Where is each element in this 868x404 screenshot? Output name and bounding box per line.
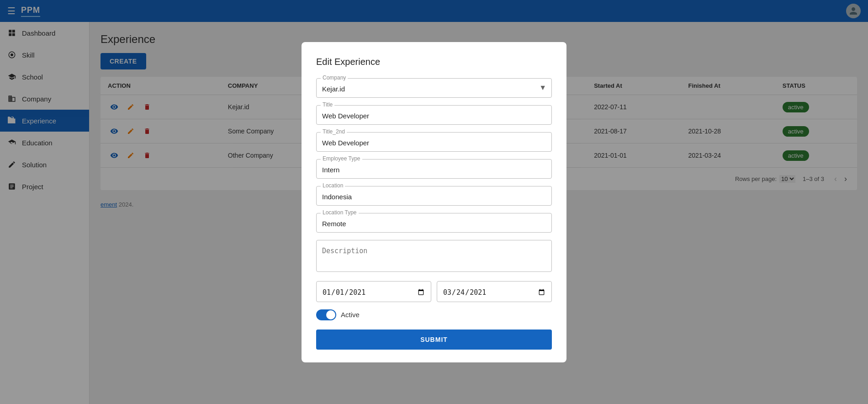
submit-button[interactable]: SUBMIT <box>316 330 552 350</box>
company-label: Company <box>321 74 348 81</box>
location-type-input[interactable] <box>316 213 552 233</box>
modal-title: Edit Experience <box>316 57 552 67</box>
title2-field: Title_2nd <box>316 132 552 152</box>
active-label: Active <box>341 311 360 319</box>
toggle-track <box>316 309 336 320</box>
start-date-input[interactable] <box>316 281 431 302</box>
end-date-input[interactable] <box>437 281 552 302</box>
end-date-field <box>437 281 552 302</box>
title2-input[interactable] <box>316 132 552 152</box>
title-field: Title <box>316 105 552 125</box>
location-field: Location <box>316 186 552 206</box>
employee-type-input[interactable] <box>316 159 552 179</box>
employee-type-label: Employee Type <box>321 155 362 162</box>
company-select[interactable]: Kejar.idOther Company <box>316 78 552 98</box>
date-row <box>316 281 552 302</box>
description-input[interactable] <box>316 240 552 272</box>
location-label: Location <box>321 182 345 189</box>
active-toggle[interactable] <box>316 309 336 320</box>
description-field: Description <box>316 240 552 274</box>
location-type-field: Location Type <box>316 213 552 233</box>
edit-experience-modal: Edit Experience Company Kejar.idOther Co… <box>302 42 566 362</box>
toggle-thumb <box>326 310 335 319</box>
location-type-label: Location Type <box>321 209 359 216</box>
title-label: Title <box>321 101 334 108</box>
title2-label: Title_2nd <box>321 128 347 135</box>
start-date-field <box>316 281 431 302</box>
location-input[interactable] <box>316 186 552 206</box>
modal-overlay[interactable]: Edit Experience Company Kejar.idOther Co… <box>0 0 868 404</box>
employee-type-field: Employee Type <box>316 159 552 179</box>
company-field: Company Kejar.idOther Company ▼ <box>316 78 552 98</box>
title-input[interactable] <box>316 105 552 125</box>
active-toggle-row: Active <box>316 309 552 320</box>
